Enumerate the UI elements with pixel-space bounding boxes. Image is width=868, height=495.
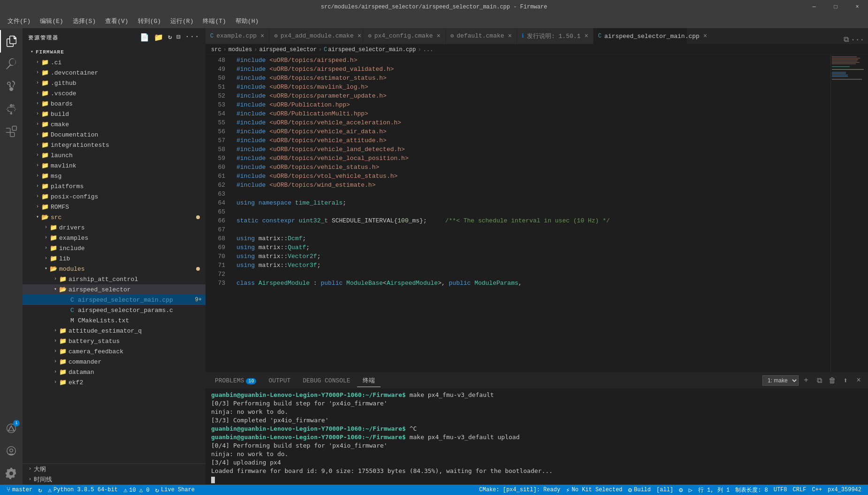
tree-item-ci[interactable]: › 📁 .ci bbox=[23, 57, 206, 68]
tree-item-documentation[interactable]: › 📁 Documentation bbox=[23, 129, 206, 140]
tree-item-modules[interactable]: ▾ 📂 modules bbox=[23, 264, 206, 274]
status-line-ending[interactable]: CRLF bbox=[790, 485, 809, 495]
breadcrumb-modules[interactable]: modules bbox=[228, 46, 252, 53]
menu-view[interactable]: 查看(V) bbox=[101, 15, 132, 27]
tree-item-drivers[interactable]: › 📁 drivers bbox=[23, 222, 206, 233]
tree-root-firmware[interactable]: ▾ FIRMWARE bbox=[23, 47, 206, 57]
tree-item-examples[interactable]: › 📁 examples bbox=[23, 233, 206, 243]
timeline-section[interactable]: › 时间线 bbox=[23, 474, 206, 485]
more-actions-icon[interactable]: ··· bbox=[851, 36, 864, 44]
terminal-trash-icon[interactable]: 🗑 bbox=[827, 375, 838, 386]
status-extra[interactable]: px4_359942 bbox=[825, 485, 864, 495]
tab-px4-config-cmake[interactable]: ⚙ px4_config.cmake × bbox=[363, 28, 445, 44]
tab-debug-console[interactable]: DEBUG CONSOLE bbox=[297, 375, 356, 386]
status-sync[interactable]: ↻ bbox=[35, 485, 45, 495]
sidebar-new-folder-icon[interactable]: 📁 bbox=[154, 33, 164, 42]
tree-item-commander[interactable]: › 📁 commander bbox=[23, 357, 206, 367]
menu-terminal[interactable]: 终端(T) bbox=[199, 15, 229, 27]
tree-item-vscode[interactable]: › 📁 .vscode bbox=[23, 88, 206, 99]
tree-item-mavlink[interactable]: › 📁 mavlink bbox=[23, 160, 206, 171]
tab-px4-add-module[interactable]: ⚙ px4_add_module.cmake × bbox=[269, 28, 363, 44]
menu-run[interactable]: 运行(R) bbox=[167, 15, 197, 27]
close-button[interactable]: × bbox=[846, 0, 868, 14]
tab-problems[interactable]: PROBLEMS10 bbox=[209, 375, 262, 386]
status-language[interactable]: C++ bbox=[809, 485, 825, 495]
sidebar-more-icon[interactable]: ··· bbox=[185, 33, 200, 42]
code-editor[interactable]: 48 49 50 51 52 53 54 55 56 57 58 59 60 6… bbox=[206, 55, 868, 372]
maximize-button[interactable]: □ bbox=[825, 0, 846, 14]
status-cursor-pos[interactable]: 行 1, 列 1 bbox=[695, 485, 732, 495]
tab-close-button[interactable]: × bbox=[358, 32, 361, 40]
sidebar-refresh-icon[interactable]: ↻ bbox=[168, 33, 173, 42]
tree-item-integrationtests[interactable]: › 📁 integrationtests bbox=[23, 140, 206, 150]
extensions-activity-icon[interactable] bbox=[0, 120, 23, 143]
status-git-branch[interactable]: ⑂ master bbox=[4, 485, 35, 495]
tree-item-dataman[interactable]: › 📁 dataman bbox=[23, 367, 206, 377]
settings-activity-icon[interactable] bbox=[0, 462, 23, 485]
tab-close-button[interactable]: × bbox=[508, 32, 512, 40]
terminal-instance-select[interactable]: 1: make bbox=[762, 375, 799, 386]
tree-item-ekf2[interactable]: › 📁 ekf2 bbox=[23, 377, 206, 388]
tab-airspeed-main[interactable]: C airspeed_selector_main.cpp × bbox=[594, 28, 687, 44]
status-build-target[interactable]: [all] bbox=[654, 485, 676, 495]
tree-item-attitude[interactable]: › 📁 attitude_estimator_q bbox=[23, 326, 206, 336]
terminal-maximize-icon[interactable]: ⬆ bbox=[840, 375, 851, 386]
remote-explorer-activity-icon[interactable]: 1 bbox=[0, 417, 23, 440]
accounts-activity-icon[interactable] bbox=[0, 440, 23, 462]
terminal-add-icon[interactable]: + bbox=[800, 375, 812, 386]
tab-close-button[interactable]: × bbox=[260, 32, 264, 40]
menu-file[interactable]: 文件(F) bbox=[4, 15, 34, 27]
tree-item-src[interactable]: ▾ 📂 src bbox=[23, 212, 206, 222]
breadcrumb-file[interactable]: airspeed_selector_main.cpp bbox=[328, 46, 416, 53]
tab-close-button[interactable]: × bbox=[584, 32, 588, 40]
outline-section[interactable]: › 大纲 bbox=[23, 464, 206, 474]
breadcrumb-dots[interactable]: ... bbox=[423, 46, 434, 53]
menu-goto[interactable]: 转到(G) bbox=[134, 15, 165, 27]
code-content[interactable]: #include <uORB/topics/airspeed.h> #inclu… bbox=[229, 55, 830, 372]
status-settings-gear[interactable]: ⚙ bbox=[676, 485, 685, 495]
tree-item-posix-configs[interactable]: › 📁 posix-configs bbox=[23, 191, 206, 202]
minimize-button[interactable]: ─ bbox=[803, 0, 825, 14]
status-build[interactable]: ⚙ Build bbox=[625, 485, 654, 495]
tree-item-lib[interactable]: › 📁 lib bbox=[23, 253, 206, 264]
tree-item-romfs[interactable]: › 📁 ROMFS bbox=[23, 202, 206, 212]
sidebar-new-file-icon[interactable]: 📄 bbox=[140, 33, 150, 42]
tree-item-msg[interactable]: › 📁 msg bbox=[23, 171, 206, 181]
status-indent[interactable]: 制表长度: 8 bbox=[732, 485, 771, 495]
breadcrumb-airspeed-selector[interactable]: airspeed_selector bbox=[259, 46, 316, 53]
sidebar-collapse-icon[interactable]: ⊟ bbox=[176, 33, 181, 42]
tab-terminal[interactable]: 终端 bbox=[357, 374, 381, 387]
tree-item-cmake[interactable]: › 📁 cmake bbox=[23, 119, 206, 129]
status-problems[interactable]: ⚠ 10 △ 0 bbox=[121, 485, 152, 495]
terminal-close-icon[interactable]: × bbox=[853, 375, 864, 386]
debug-activity-icon[interactable] bbox=[0, 98, 23, 120]
status-live-share[interactable]: ↻ Live Share bbox=[152, 485, 198, 495]
terminal-split-icon[interactable]: ⧉ bbox=[814, 375, 825, 386]
tree-item-launch[interactable]: › 📁 launch bbox=[23, 150, 206, 160]
status-kit[interactable]: ⚡ No Kit Selected bbox=[563, 485, 625, 495]
tree-item-battery[interactable]: › 📁 battery_status bbox=[23, 336, 206, 346]
status-cmake[interactable]: CMake: [px4_sitl]: Ready bbox=[476, 485, 563, 495]
tree-item-build[interactable]: › 📁 build bbox=[23, 109, 206, 119]
split-editor-icon[interactable]: ⧉ bbox=[844, 35, 849, 44]
breadcrumb-src[interactable]: src bbox=[211, 46, 221, 53]
tree-item-platforms[interactable]: › 📁 platforms bbox=[23, 181, 206, 191]
menu-edit[interactable]: 编辑(E) bbox=[36, 15, 67, 27]
tab-close-button[interactable]: × bbox=[437, 32, 441, 40]
explorer-activity-icon[interactable] bbox=[0, 30, 23, 53]
menu-select[interactable]: 选择(S) bbox=[69, 15, 99, 27]
menu-help[interactable]: 帮助(H) bbox=[232, 15, 262, 27]
source-control-activity-icon[interactable] bbox=[0, 75, 23, 98]
tab-default-cmake[interactable]: ⚙ default.cmake × bbox=[446, 28, 517, 44]
tree-item-cmakelists[interactable]: M CMakeLists.txt bbox=[23, 315, 206, 326]
status-python[interactable]: ⚠ Python 3.8.5 64-bit bbox=[45, 485, 121, 495]
tree-item-devcontainer[interactable]: › 📁 .devcontainer bbox=[23, 68, 206, 78]
status-run-btn[interactable]: ▷ bbox=[685, 485, 695, 495]
tree-item-include[interactable]: › 📁 include bbox=[23, 243, 206, 253]
tree-item-params-c[interactable]: C airspeed_selector_params.c bbox=[23, 305, 206, 315]
tab-output[interactable]: OUTPUT bbox=[263, 375, 296, 386]
tree-item-airship[interactable]: › 📁 airship_att_control bbox=[23, 274, 206, 284]
tree-item-boards[interactable]: › 📁 boards bbox=[23, 99, 206, 109]
tree-item-main-cpp[interactable]: C airspeed_selector_main.cpp 9+ bbox=[23, 295, 206, 305]
tab-example-cpp[interactable]: C example.cpp × bbox=[206, 28, 269, 44]
